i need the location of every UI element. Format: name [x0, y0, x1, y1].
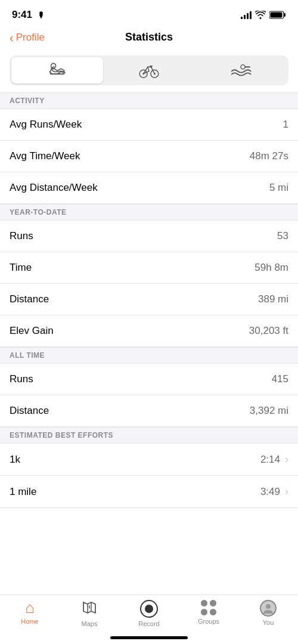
stat-ytd-distance-value: 389 mi	[258, 293, 288, 305]
stat-avg-time-value: 48m 27s	[250, 150, 288, 162]
status-time: 9:41	[12, 9, 45, 21]
stat-1k-value-group: 2:14 ›	[260, 453, 288, 466]
svg-point-9	[241, 65, 245, 69]
battery-icon	[269, 11, 286, 19]
back-label: Profile	[16, 32, 45, 44]
stat-avg-runs: Avg Runs/Week 1	[0, 109, 298, 141]
tab-swim[interactable]	[195, 57, 287, 83]
nav-groups-label: Groups	[198, 618, 219, 625]
stat-alltime-runs-value: 415	[272, 373, 288, 385]
stat-alltime-runs-label: Runs	[10, 373, 33, 385]
page-header: ‹ Profile Statistics	[0, 26, 298, 51]
status-bar: 9:41	[0, 0, 298, 26]
bike-icon	[138, 62, 160, 79]
status-icons	[241, 11, 286, 19]
stat-avg-runs-value: 1	[283, 119, 288, 131]
stat-avg-distance-label: Avg Distance/Week	[10, 182, 98, 194]
stat-avg-runs-label: Avg Runs/Week	[10, 119, 82, 131]
nav-maps[interactable]: Maps	[72, 600, 107, 627]
chevron-right-icon-2: ›	[285, 485, 288, 498]
tab-run[interactable]	[11, 57, 103, 83]
stat-ytd-runs-value: 53	[277, 230, 288, 242]
nav-you-label: You	[263, 619, 274, 626]
home-icon: ⌂	[25, 600, 35, 615]
stat-ytd-time-value: 59h 8m	[254, 262, 288, 274]
chevron-right-icon: ›	[285, 453, 288, 466]
record-icon	[140, 600, 158, 618]
stat-ytd-time-label: Time	[10, 262, 32, 274]
record-inner-dot	[145, 605, 153, 613]
stat-1mile-value-group: 3:49 ›	[260, 485, 288, 498]
stat-1k[interactable]: 1k 2:14 ›	[0, 444, 298, 476]
section-ytd-header: YEAR-TO-DATE	[0, 204, 298, 221]
stat-alltime-distance-value: 3,392 mi	[250, 405, 288, 417]
section-activity-header: ACTIVITY	[0, 92, 298, 109]
stat-ytd-elev-value: 30,203 ft	[249, 325, 288, 337]
stat-ytd-elev-label: Elev Gain	[10, 325, 54, 337]
activity-tab-selector	[10, 55, 288, 85]
nav-maps-label: Maps	[82, 620, 98, 627]
stat-1mile-label: 1 mile	[10, 486, 36, 498]
stat-1mile-value: 3:49	[260, 486, 280, 498]
maps-svg-icon	[82, 600, 97, 615]
stat-ytd-distance: Distance 389 mi	[0, 284, 298, 315]
svg-point-8	[150, 66, 152, 68]
stat-alltime-distance-label: Distance	[10, 405, 49, 417]
stat-alltime-runs: Runs 415	[0, 364, 298, 395]
avatar-svg	[262, 602, 275, 615]
stat-ytd-runs-label: Runs	[10, 230, 33, 242]
stat-1mile[interactable]: 1 mile 3:49 ›	[0, 476, 298, 508]
back-chevron-icon: ‹	[10, 32, 14, 44]
location-icon	[37, 11, 45, 20]
svg-rect-1	[284, 13, 286, 17]
page-title: Statistics	[125, 31, 173, 44]
stat-1k-label: 1k	[10, 454, 20, 466]
svg-point-10	[266, 604, 271, 609]
statistics-content: ACTIVITY Avg Runs/Week 1 Avg Time/Week 4…	[0, 92, 298, 596]
stat-avg-distance: Avg Distance/Week 5 mi	[0, 172, 298, 204]
nav-groups[interactable]: Groups	[191, 600, 226, 625]
stat-ytd-elev: Elev Gain 30,203 ft	[0, 315, 298, 347]
run-icon	[48, 62, 67, 79]
nav-you[interactable]: You	[250, 600, 286, 626]
svg-rect-2	[271, 13, 283, 18]
section-alltime-header: ALL TIME	[0, 347, 298, 364]
tab-bike[interactable]	[103, 57, 195, 83]
signal-bars	[241, 11, 252, 19]
stat-ytd-time: Time 59h 8m	[0, 252, 298, 284]
stat-avg-time-label: Avg Time/Week	[10, 150, 80, 162]
nav-record-label: Record	[138, 620, 159, 627]
you-avatar-icon	[260, 600, 277, 617]
stat-alltime-distance: Distance 3,392 mi	[0, 395, 298, 427]
home-indicator	[110, 636, 188, 639]
stat-avg-distance-value: 5 mi	[269, 182, 288, 194]
nav-home-label: Home	[21, 618, 38, 625]
nav-record[interactable]: Record	[131, 600, 167, 627]
nav-home[interactable]: ⌂ Home	[12, 600, 48, 625]
section-bestefforts-header: ESTIMATED BEST EFFORTS	[0, 427, 298, 444]
stat-1k-value: 2:14	[260, 454, 280, 466]
maps-icon	[82, 600, 97, 618]
stat-avg-time: Avg Time/Week 48m 27s	[0, 141, 298, 172]
back-button[interactable]: ‹ Profile	[10, 32, 45, 44]
swim-icon	[230, 62, 252, 79]
stat-ytd-runs: Runs 53	[0, 221, 298, 252]
wifi-icon	[255, 11, 266, 19]
groups-icon	[201, 600, 216, 615]
stat-ytd-distance-label: Distance	[10, 293, 49, 305]
